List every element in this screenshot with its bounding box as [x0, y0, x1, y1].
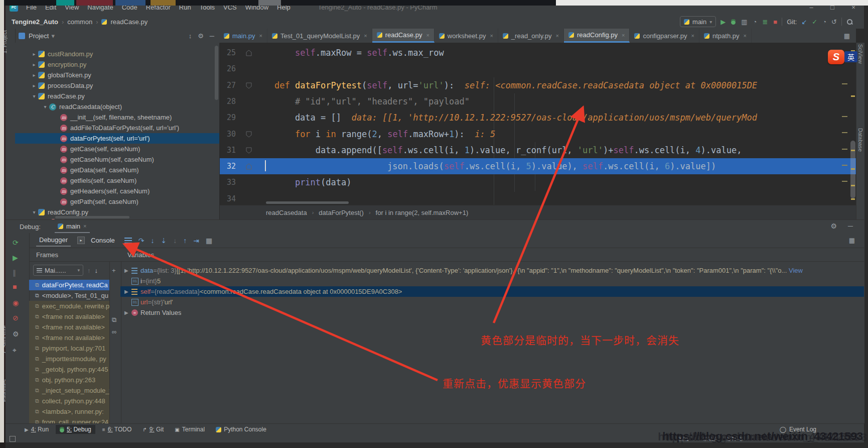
- code-line[interactable]: 25 self.maxRow = self.ws.max_row: [220, 45, 856, 61]
- tab-configparser.py[interactable]: configparser.py×: [630, 29, 699, 43]
- stop-button[interactable]: ■: [773, 19, 777, 25]
- restore-layout-icon[interactable]: ▦: [849, 237, 855, 244]
- close-icon[interactable]: ×: [259, 33, 262, 39]
- frame-row[interactable]: ⧉_getobj, python.py:445: [29, 364, 109, 375]
- force-step-into-button[interactable]: ↓: [173, 237, 177, 244]
- frame-up-icon[interactable]: ↑: [87, 267, 91, 274]
- expand-arrow-icon[interactable]: ▶: [124, 289, 131, 294]
- chevron-right-icon[interactable]: ▸: [30, 83, 38, 88]
- tree-item[interactable]: m__init__(self, filename, sheetname): [15, 112, 219, 123]
- variable-row[interactable]: 01i = {int} 5: [120, 276, 864, 286]
- tree-item[interactable]: ▾CreadCasedata(object): [15, 101, 219, 112]
- recent-files-icon[interactable]: ▦: [844, 29, 850, 43]
- code-line[interactable]: 26: [220, 61, 856, 77]
- tree-item[interactable]: ▸custRandom.py: [15, 49, 219, 59]
- tree-item[interactable]: mgetPath(self, caseNum): [15, 196, 219, 207]
- scrollbar[interactable]: [55, 216, 129, 218]
- code-line[interactable]: 31 data.append([self.ws.cell(i, 1).value…: [220, 142, 856, 158]
- debug-button[interactable]: [731, 19, 736, 25]
- taskbar-app[interactable]: [76, 0, 113, 6]
- rerun-button[interactable]: ⟳: [13, 239, 19, 246]
- expand-arrow-icon[interactable]: ▶: [124, 310, 131, 315]
- project-header-icon-2[interactable]: ─: [210, 32, 214, 40]
- mute-breakpoints-button[interactable]: ⊘: [13, 314, 19, 321]
- step-over-button[interactable]: ↷: [138, 237, 144, 244]
- show-return-values-button[interactable]: ∞: [112, 328, 116, 335]
- frame-row[interactable]: ⧉_inject_setup_module_f: [29, 385, 109, 396]
- chevron-down-icon[interactable]: ▾: [51, 32, 55, 40]
- tree-item[interactable]: ▸processData.py: [15, 80, 219, 91]
- close-icon[interactable]: ×: [744, 33, 747, 39]
- tab-ntpath.py[interactable]: ntpath.py×: [699, 29, 752, 43]
- scrollbar[interactable]: [266, 201, 349, 204]
- step-into-button[interactable]: ↓: [151, 237, 155, 244]
- taskbar-window[interactable]: [556, 0, 868, 6]
- thread-dropdown[interactable]: Mai...... ▾: [33, 265, 83, 276]
- add-watch-button[interactable]: +: [112, 267, 116, 274]
- debug-header-icon-0[interactable]: ⚙: [831, 222, 837, 230]
- chevron-right-icon[interactable]: ▸: [30, 72, 38, 78]
- tree-item[interactable]: ▸globalToken.py: [15, 70, 219, 80]
- rollback-button[interactable]: ↺: [831, 19, 837, 25]
- run-button[interactable]: ▶: [720, 19, 726, 25]
- tab-_read_only.py[interactable]: _read_only.py×: [498, 29, 564, 43]
- debug-settings-button[interactable]: ⚙: [13, 330, 19, 338]
- project-header-icon-0[interactable]: ↕: [189, 32, 192, 40]
- close-icon[interactable]: ×: [556, 33, 559, 39]
- chevron-down-icon[interactable]: ▾: [30, 209, 38, 215]
- frame-row[interactable]: ⧉dataForPytest, readCa: [29, 280, 109, 290]
- taskbar-app[interactable]: [151, 0, 176, 6]
- frame-row[interactable]: ⧉<frame not available>: [29, 332, 109, 343]
- frame-row[interactable]: ⧉pyimport, local.py:701: [29, 343, 109, 354]
- close-icon[interactable]: ×: [83, 223, 86, 229]
- run-to-cursor-button[interactable]: ⇥: [193, 237, 199, 244]
- frame-down-icon[interactable]: ↓: [95, 267, 98, 274]
- frame-row[interactable]: ⧉<lambda>, runner.py:: [29, 406, 109, 417]
- tool-button-5-debug[interactable]: 5: Debug: [56, 425, 95, 434]
- layout-settings-icon[interactable]: [124, 238, 132, 244]
- chevron-right-icon[interactable]: ▸: [30, 62, 38, 67]
- code-editor[interactable]: 25 self.maxRow = self.ws.max_row2627 def…: [220, 43, 856, 205]
- coverage-button[interactable]: ▥: [741, 19, 747, 25]
- taskbar-app[interactable]: [56, 0, 74, 6]
- step-out-button[interactable]: ↑: [183, 237, 187, 244]
- code-line[interactable]: 28 # "id","url", "headers", "payload": [220, 93, 856, 109]
- breadcrumb-item[interactable]: Tengine2_Auto: [12, 18, 58, 26]
- resume-button[interactable]: ▶: [13, 254, 18, 261]
- tree-item[interactable]: mdataForPytest(self, url='url'): [15, 133, 219, 144]
- tool-button-python-console[interactable]: Python Console: [212, 425, 270, 434]
- chevron-down-icon[interactable]: ▾: [30, 93, 38, 99]
- copy-value-button[interactable]: ⧉: [112, 316, 116, 324]
- editor-breadcrumb-item[interactable]: for i in range(2, self.maxRow+1): [376, 209, 469, 216]
- close-icon[interactable]: ×: [364, 33, 367, 39]
- tree-item[interactable]: mgetHeaders(self, caseNum): [15, 186, 219, 196]
- frame-row[interactable]: ⧉obj, python.py:263: [29, 375, 109, 385]
- code-line[interactable]: 33 print(data): [220, 174, 856, 190]
- tab-console[interactable]: ▸ Console: [77, 235, 118, 246]
- profiler-button[interactable]: ◔: [753, 19, 757, 25]
- pause-button[interactable]: ∥: [13, 269, 16, 276]
- tab-main.py[interactable]: main.py×: [219, 29, 267, 43]
- tree-item[interactable]: maddFileToDataForPytest(self, url='url'): [15, 123, 219, 133]
- frame-row[interactable]: ⧉exec_module, rewrite.p: [29, 301, 109, 311]
- code-line[interactable]: 27 def dataForPytest(self, url='url'): s…: [220, 77, 856, 93]
- tree-item[interactable]: ▸encryption.py: [15, 59, 219, 70]
- tab-readCase.py[interactable]: readCase.py×: [372, 29, 435, 43]
- breadcrumb-item[interactable]: readCase.py: [110, 18, 148, 26]
- code-line[interactable]: 32 json.loads(self.ws.cell(i, 5).value),…: [220, 158, 856, 174]
- code-line[interactable]: 30 for i in range(2, self.maxRow+1): i: …: [220, 126, 856, 142]
- tool-button-9-git[interactable]: ↱9: Git: [138, 425, 168, 434]
- chevron-right-icon[interactable]: ▸: [30, 51, 38, 57]
- close-icon[interactable]: ×: [426, 32, 429, 38]
- frame-row[interactable]: ⧉<frame not available>: [29, 311, 109, 322]
- tool-button-terminal[interactable]: ▣Terminal: [171, 425, 209, 434]
- debug-session-tab[interactable]: main ×: [55, 220, 90, 233]
- scrollbar[interactable]: [215, 46, 218, 100]
- taskbar-app[interactable]: [115, 0, 146, 6]
- tool-button-sciview[interactable]: SciView: [857, 44, 863, 64]
- frame-row[interactable]: ⧉<module>, Test_01_qu: [29, 290, 109, 301]
- taskbar-app[interactable]: [258, 0, 281, 6]
- step-into-my-code-button[interactable]: ⇣: [161, 237, 167, 244]
- frame-row[interactable]: ⧉collect, python.py:448: [29, 396, 109, 406]
- debug-header-icon-1[interactable]: ─: [848, 222, 853, 230]
